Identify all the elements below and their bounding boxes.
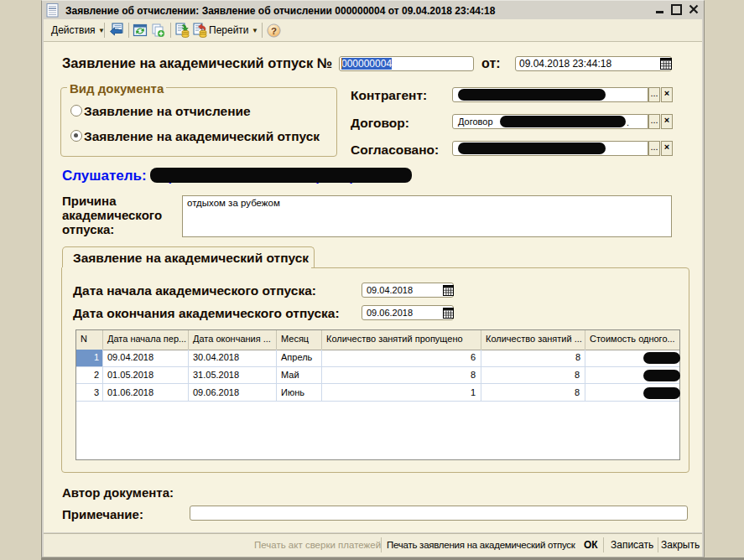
svg-text:?: ? bbox=[271, 26, 277, 36]
